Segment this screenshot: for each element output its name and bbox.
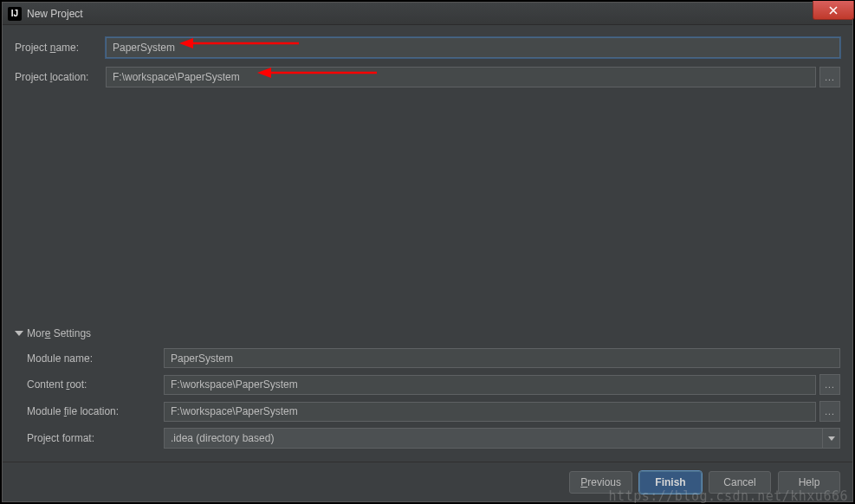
finish-button[interactable]: Finish bbox=[639, 471, 702, 494]
content-spacer bbox=[15, 96, 840, 320]
titlebar: IJ New Project bbox=[3, 3, 852, 25]
project-name-label: Project name: bbox=[15, 42, 106, 54]
project-name-input[interactable] bbox=[106, 37, 840, 58]
project-location-input[interactable] bbox=[106, 67, 816, 87]
close-button[interactable] bbox=[813, 1, 854, 20]
help-button[interactable]: Help bbox=[778, 471, 840, 494]
project-format-label: Project format: bbox=[27, 432, 164, 444]
browse-location-button[interactable]: ... bbox=[819, 67, 840, 87]
content-root-row: Content root: ... bbox=[27, 374, 840, 395]
more-settings-label: More Settings bbox=[27, 327, 91, 339]
new-project-dialog: IJ New Project Project name: Project loc… bbox=[2, 2, 853, 502]
window-title: New Project bbox=[27, 8, 83, 20]
project-name-row: Project name: bbox=[15, 37, 840, 58]
module-name-row: Module name: bbox=[27, 348, 840, 368]
content-root-input[interactable] bbox=[164, 375, 816, 395]
project-format-row: Project format: .idea (directory based) bbox=[27, 428, 840, 449]
project-location-row: Project location: ... bbox=[15, 67, 840, 87]
close-icon bbox=[828, 5, 839, 16]
module-name-input[interactable] bbox=[164, 348, 840, 368]
module-file-label: Module file location: bbox=[27, 405, 164, 417]
project-location-label: Project location: bbox=[15, 71, 106, 83]
project-format-value: .idea (directory based) bbox=[171, 432, 274, 444]
project-format-select[interactable]: .idea (directory based) bbox=[164, 428, 840, 449]
button-bar: Previous Finish Cancel Help bbox=[3, 462, 852, 501]
module-name-label: Module name: bbox=[27, 352, 164, 365]
previous-button[interactable]: Previous bbox=[569, 471, 632, 494]
more-settings-body: Module name: Content root: ... Module fi… bbox=[15, 348, 840, 449]
cancel-button[interactable]: Cancel bbox=[709, 471, 771, 494]
expand-icon bbox=[15, 331, 23, 336]
dialog-content: Project name: Project location: ... More… bbox=[3, 25, 852, 462]
module-file-input[interactable] bbox=[164, 402, 816, 422]
app-icon: IJ bbox=[8, 7, 22, 21]
browse-module-file-button[interactable]: ... bbox=[819, 401, 840, 422]
chevron-down-icon bbox=[822, 429, 839, 448]
content-root-label: Content root: bbox=[27, 378, 164, 391]
more-settings-toggle[interactable]: More Settings bbox=[15, 327, 840, 339]
module-file-row: Module file location: ... bbox=[27, 401, 840, 422]
browse-content-root-button[interactable]: ... bbox=[819, 374, 840, 395]
more-settings-section: More Settings Module name: Content root:… bbox=[15, 327, 840, 455]
